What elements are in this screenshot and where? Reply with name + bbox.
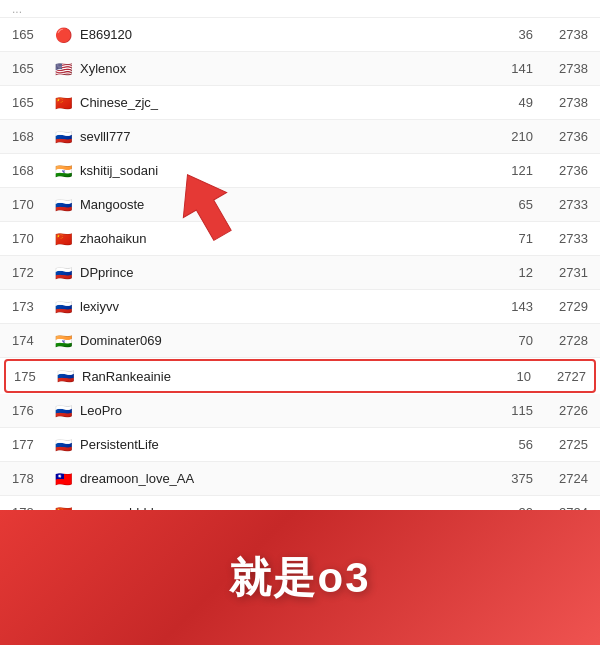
flag-icon: 🇷🇺 (52, 403, 74, 419)
leaderboard-section: ... 165 🔴 E869120 36 2738 165 🇺🇸 Xylenox… (0, 0, 600, 510)
problems-cell: 71 (483, 231, 533, 246)
rank-cell: 165 (12, 27, 52, 42)
rank-cell: 174 (12, 333, 52, 348)
table-row: 170 🇷🇺 Mangooste 65 2733 (0, 188, 600, 222)
problems-cell: 143 (483, 299, 533, 314)
table-row: 177 🇷🇺 PersistentLife 56 2725 (0, 428, 600, 462)
username-cell: Chinese_zjc_ (80, 95, 483, 110)
flag-icon: 🇮🇳 (52, 333, 74, 349)
problems-cell: 210 (483, 129, 533, 144)
flag-icon: 🇨🇳 (52, 95, 74, 111)
username-cell: Xylenox (80, 61, 483, 76)
rating-cell: 2738 (533, 27, 588, 42)
rating-cell: 2724 (533, 471, 588, 486)
table-container: 165 🔴 E869120 36 2738 165 🇺🇸 Xylenox 141… (0, 18, 600, 510)
table-row: 172 🇷🇺 DPprince 12 2731 (0, 256, 600, 290)
table-row: 175 🇷🇺 RanRankeainie 10 2727 (4, 359, 596, 393)
rank-cell: 168 (12, 163, 52, 178)
username-cell: PersistentLife (80, 437, 483, 452)
flag-icon: 🇷🇺 (54, 368, 76, 384)
rating-cell: 2733 (533, 231, 588, 246)
problems-cell: 141 (483, 61, 533, 76)
problems-cell: 12 (483, 265, 533, 280)
problems-cell: 121 (483, 163, 533, 178)
rating-cell: 2733 (533, 197, 588, 212)
problems-cell: 36 (483, 27, 533, 42)
flag-icon: 🇷🇺 (52, 437, 74, 453)
table-row: 173 🇷🇺 lexiyvv 143 2729 (0, 290, 600, 324)
table-row: 178 🇹🇼 dreamoon_love_AA 375 2724 (0, 462, 600, 496)
table-row: 168 🇷🇺 sevlll777 210 2736 (0, 120, 600, 154)
rank-cell: 168 (12, 129, 52, 144)
problems-cell: 56 (483, 437, 533, 452)
table-row: 165 🇨🇳 Chinese_zjc_ 49 2738 (0, 86, 600, 120)
bottom-text: 就是o3 (229, 550, 370, 606)
problems-cell: 375 (483, 471, 533, 486)
username-cell: E869120 (80, 27, 483, 42)
table-row: 170 🇨🇳 zhaohaikun 71 2733 (0, 222, 600, 256)
table-row: 176 🇷🇺 LeoPro 115 2726 (0, 394, 600, 428)
username-cell: RanRankeainie (82, 369, 481, 384)
partial-text: ... (12, 2, 22, 16)
rating-cell: 2738 (533, 61, 588, 76)
rank-cell: 165 (12, 61, 52, 76)
flag-icon: 🇮🇳 (52, 163, 74, 179)
flag-icon: 🇷🇺 (52, 197, 74, 213)
problems-cell: 70 (483, 333, 533, 348)
rating-cell: 2726 (533, 403, 588, 418)
username-cell: LeoPro (80, 403, 483, 418)
table-row: 165 🔴 E869120 36 2738 (0, 18, 600, 52)
rating-cell: 2725 (533, 437, 588, 452)
rating-cell: 2736 (533, 129, 588, 144)
rating-cell: 2736 (533, 163, 588, 178)
flag-icon: 🇷🇺 (52, 265, 74, 281)
problems-cell: 49 (483, 95, 533, 110)
problems-cell: 10 (481, 369, 531, 384)
flag-icon: 🇨🇳 (52, 231, 74, 247)
rank-cell: 175 (14, 369, 54, 384)
problems-cell: 65 (483, 197, 533, 212)
flag-icon: 🇹🇼 (52, 471, 74, 487)
username-cell: Mangooste (80, 197, 483, 212)
rating-cell: 2731 (533, 265, 588, 280)
flag-icon: 🇷🇺 (52, 129, 74, 145)
rank-cell: 170 (12, 197, 52, 212)
flag-icon: 🇺🇸 (52, 61, 74, 77)
rating-cell: 2728 (533, 333, 588, 348)
rating-cell: 2729 (533, 299, 588, 314)
table-row: 165 🇺🇸 Xylenox 141 2738 (0, 52, 600, 86)
rank-cell: 178 (12, 471, 52, 486)
problems-cell: 115 (483, 403, 533, 418)
table-row: 168 🇮🇳 kshitij_sodani 121 2736 (0, 154, 600, 188)
username-cell: sevlll777 (80, 129, 483, 144)
username-cell: zhaohaikun (80, 231, 483, 246)
rank-cell: 177 (12, 437, 52, 452)
username-cell: kshitij_sodani (80, 163, 483, 178)
rank-cell: 176 (12, 403, 52, 418)
username-cell: dreamoon_love_AA (80, 471, 483, 486)
top-partial-indicator: ... (0, 0, 600, 18)
rating-cell: 2727 (531, 369, 586, 384)
rank-cell: 165 (12, 95, 52, 110)
username-cell: lexiyvv (80, 299, 483, 314)
username-cell: DPprince (80, 265, 483, 280)
table-row: 178 🇨🇳 wwwwodddd 20 2724 (0, 496, 600, 510)
table-row: 174 🇮🇳 Dominater069 70 2728 (0, 324, 600, 358)
username-cell: Dominater069 (80, 333, 483, 348)
flag-icon: 🇷🇺 (52, 299, 74, 315)
bottom-section: 就是o3 (0, 510, 600, 645)
flag-icon: 🔴 (52, 27, 74, 43)
rank-cell: 173 (12, 299, 52, 314)
rank-cell: 172 (12, 265, 52, 280)
rank-cell: 170 (12, 231, 52, 246)
rating-cell: 2738 (533, 95, 588, 110)
